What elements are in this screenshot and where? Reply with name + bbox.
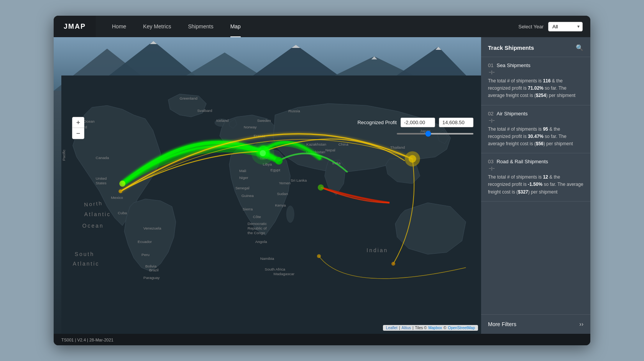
map-label-angola: Angola — [255, 240, 267, 244]
rail-profit: -1.50% — [528, 182, 542, 187]
logo-box: JMAP — [54, 16, 96, 37]
air-body: The total # of shipments is 95 & the rec… — [488, 126, 583, 148]
map-label-sweden: Sweden — [257, 118, 271, 123]
node-india — [318, 184, 324, 190]
nav-links: Home Key Metrics Shipments Map — [104, 16, 249, 37]
map-label-svalbard2: Svalbard — [197, 108, 212, 113]
sea-num-title: 01 Sea Shipments — [488, 62, 583, 68]
nav-key-metrics[interactable]: Key Metrics — [135, 16, 179, 37]
rail-num-title: 03 Road & Rail Shipments — [488, 159, 583, 164]
node-africa-south — [317, 254, 321, 258]
map-label-guinea: Guinea — [242, 194, 254, 198]
profit-filter: Recognized Profit — [357, 118, 473, 127]
attr-leaflet[interactable]: Leaflet — [386, 326, 398, 330]
map-label-egypt: Egypt — [271, 168, 281, 172]
map-label-states: United — [96, 176, 107, 180]
navbar: JMAP Home Key Metrics Shipments Map Sele… — [54, 16, 590, 37]
rail-dash: −|− — [488, 166, 583, 171]
rail-cost: $327 — [518, 189, 528, 195]
node-southeast-asia — [409, 155, 416, 163]
air-dash: −|− — [488, 118, 583, 123]
attr-sep3: © — [444, 326, 446, 330]
map-label-nepal: Nepal — [325, 148, 335, 152]
air-num-title: 02 Air Shipments — [488, 111, 583, 117]
air-profit: 30.47% — [528, 134, 544, 139]
attr-osm[interactable]: OpenStreetMap — [448, 326, 475, 330]
attr-tiles-label: Tiles © — [415, 326, 427, 330]
map-label-kazakhstan: Kazakhstan — [306, 142, 326, 146]
svg-point-13 — [286, 206, 294, 223]
map-label-senegal: Senegal — [235, 186, 249, 190]
more-filters-arrow-icon: ›› — [579, 321, 583, 328]
status-bar: TS001 | V2.4 | 28-Mar-2021 — [54, 334, 590, 345]
logo: JMAP — [64, 23, 86, 31]
nav-shipments[interactable]: Shipments — [179, 16, 222, 37]
profit-slider-container — [397, 129, 473, 136]
map-label-norway: Norway — [244, 125, 257, 129]
zoom-in-button[interactable]: + — [72, 117, 84, 128]
sea-shipments-section: 01 Sea Shipments −|− The total # of ship… — [481, 57, 590, 105]
map-label-niger: Niger — [239, 176, 248, 180]
attr-altius[interactable]: Altius — [401, 326, 411, 330]
zoom-out-button[interactable]: − — [72, 128, 84, 139]
rail-shipments-section: 03 Road & Rail Shipments −|− The total #… — [481, 153, 590, 202]
nav-right: Select Year All 2019 2020 2021 — [518, 22, 590, 31]
map-label-ecuador: Ecuador — [138, 240, 152, 244]
map-label-madagascar: Madagascar — [273, 272, 294, 276]
node-eu-hub — [260, 150, 266, 156]
map-label-sierraleone: Sierra — [243, 207, 253, 211]
map-label-congo3: the Congo — [248, 231, 265, 235]
map-label-ocean: Ocean — [82, 223, 104, 229]
year-select[interactable]: All 2019 2020 2021 — [548, 22, 583, 31]
more-filters-button[interactable]: More Filters ›› — [481, 314, 590, 334]
zoom-controls: + − — [72, 117, 84, 139]
map-label-mexico: Mexico — [111, 195, 123, 200]
node-usa — [119, 180, 125, 187]
map-label-canada: Canada — [96, 156, 109, 160]
app-frame: JMAP Home Key Metrics Shipments Map Sele… — [54, 16, 590, 345]
nav-map[interactable]: Map — [222, 16, 249, 37]
map-label-peru: Peru — [141, 253, 150, 257]
map-label-paraguay: Paraguay — [143, 276, 160, 280]
air-title: Air Shipments — [496, 111, 527, 117]
profit-max-input[interactable] — [439, 118, 473, 127]
map-label-brazil: Brazil — [149, 268, 159, 272]
sea-title: Sea Shipments — [496, 62, 530, 68]
sea-profit: 71.02% — [528, 85, 544, 91]
sea-body: The total # of shipments is 116 & the re… — [488, 77, 583, 100]
node-indonesia — [391, 262, 395, 266]
year-select-wrapper: All 2019 2020 2021 — [548, 22, 583, 31]
map-label-congo2: Republic of — [248, 226, 267, 230]
rail-num: 03 — [488, 159, 493, 164]
profit-label: Recognized Profit — [357, 120, 397, 125]
sea-num: 01 — [488, 62, 493, 68]
map-label-congo: Democratic — [248, 222, 267, 226]
profit-min-input[interactable] — [401, 118, 435, 127]
map-label-cote: Côte — [253, 215, 261, 219]
rail-total: 12 — [543, 174, 548, 180]
sea-dash: −|− — [488, 70, 583, 74]
map-label-greenland: Greenland — [180, 96, 197, 100]
map-area: Canada United States Mexico Cuba Venezue… — [54, 37, 481, 334]
attr-mapbox[interactable]: Mapbox — [428, 326, 442, 330]
air-shipments-section: 02 Air Shipments −|− The total # of ship… — [481, 105, 590, 154]
right-sidebar: Track Shipments 🔍 01 Sea Shipments −|− T… — [481, 37, 590, 334]
map-label-srilanka: Sri Lanka — [291, 178, 307, 182]
profit-range-slider[interactable] — [397, 133, 473, 135]
select-year-label: Select Year — [518, 24, 544, 30]
map-label-southafrica: South Africa — [265, 267, 286, 271]
map-label-cuba: Cuba — [118, 211, 127, 215]
map-label-yemen: Yemen — [279, 181, 291, 185]
air-cost: $56 — [536, 141, 544, 146]
map-label-mali: Mali — [239, 169, 246, 173]
map-label-russia: Russia — [288, 109, 300, 113]
status-text: TS001 | V2.4 | 28-Mar-2021 — [61, 338, 113, 342]
more-filters-label: More Filters — [488, 321, 516, 327]
attr-sep2: | — [412, 326, 414, 330]
world-map-container: Canada United States Mexico Cuba Venezue… — [61, 75, 481, 334]
search-icon[interactable]: 🔍 — [576, 44, 583, 51]
nav-home[interactable]: Home — [104, 16, 135, 37]
main-content: Canada United States Mexico Cuba Venezue… — [54, 37, 590, 334]
rail-body: The total # of shipments is 12 & the rec… — [488, 174, 583, 196]
map-label-sudan: Sudan — [277, 192, 288, 196]
